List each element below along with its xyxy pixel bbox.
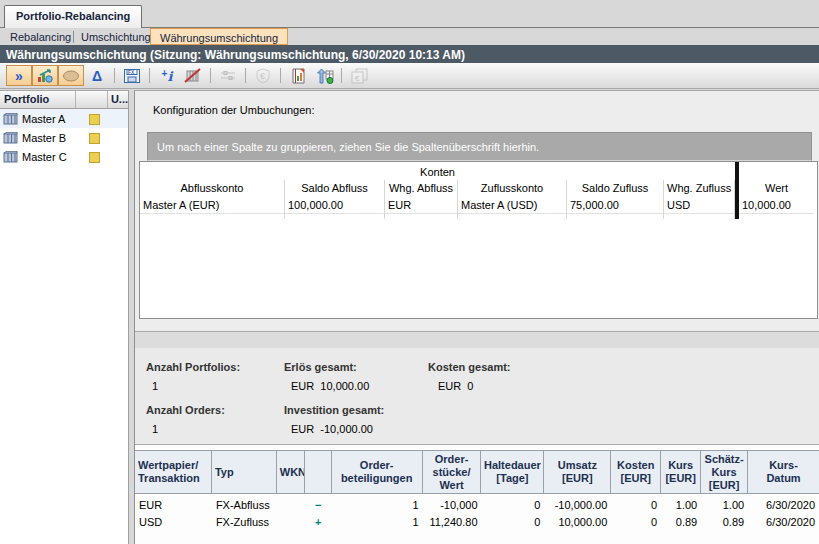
copy-orders-button[interactable]: €	[346, 65, 372, 86]
investition-gesamt-label: Investition gesamt:	[284, 404, 384, 416]
konten-grid: Konten Abflusskonto Saldo Abfluss Whg. A…	[139, 161, 818, 319]
column-header-sign[interactable]	[305, 451, 332, 493]
report-icon	[290, 68, 307, 84]
portfolio-row-master-b[interactable]: Master B	[0, 128, 128, 147]
column-header-saldo-zufluss[interactable]: Saldo Zufluss	[567, 180, 664, 197]
svg-text:€: €	[260, 71, 265, 81]
exclude-position-button[interactable]	[180, 65, 206, 86]
column-header-wert[interactable]: Wert	[739, 180, 814, 197]
status-indicator	[89, 133, 100, 144]
filter-settings-button[interactable]	[215, 65, 241, 86]
cell-kosten: 0	[611, 514, 661, 531]
column-header-kosten[interactable]: Kosten [EUR]	[611, 451, 661, 493]
cell-kurs-datum: 6/30/2020	[748, 497, 819, 514]
plus-sign-icon: +	[305, 514, 332, 531]
cell-kurs-datum: 6/30/2020	[748, 514, 819, 531]
anzahl-portfolios-label: Anzahl Portfolios:	[146, 361, 240, 373]
main-tab-strip: Portfolio-Rebalancing	[0, 5, 819, 28]
cylinder-button[interactable]	[58, 65, 84, 86]
tab-waehrungsumschichtung[interactable]: Währungsumschichtung	[150, 28, 288, 45]
column-header-whg-zufluss[interactable]: Whg. Zufluss	[664, 180, 735, 197]
column-header-kurs-datum[interactable]: Kurs- Datum	[748, 451, 819, 493]
column-header-portfolio[interactable]: Portfolio	[0, 91, 76, 108]
column-header-wkn[interactable]: WKN	[277, 451, 305, 493]
cell-orderstuecke: 11,240.80	[423, 514, 482, 531]
portfolio-panel-header: Portfolio U...	[0, 91, 128, 109]
toolbar-separator	[210, 68, 211, 83]
cell-wkn	[277, 497, 305, 514]
cell-schaetz-kurs: 0.89	[701, 514, 748, 531]
rebalance-chart-button[interactable]	[32, 65, 58, 86]
cell-whg-zufluss: USD	[664, 197, 735, 214]
save-fx-icon: FX	[123, 68, 141, 84]
minus-sign-icon: −	[305, 497, 332, 514]
column-header-wertpapier-transaktion[interactable]: Wertpapier/ Transaktion	[135, 451, 212, 493]
orders-table: Wertpapier/ Transaktion Typ WKN Order- b…	[135, 444, 819, 544]
horizontal-splitter[interactable]	[135, 331, 819, 348]
kosten-gesamt-label: Kosten gesamt:	[428, 361, 511, 373]
save-fx-button[interactable]: FX	[119, 65, 145, 86]
status-indicator	[89, 152, 100, 163]
cell-kosten: 0	[611, 497, 661, 514]
copy-euro-icon: €	[350, 68, 369, 84]
summary-panel: Anzahl Portfolios: 1 Erlös gesamt: EUR 1…	[135, 348, 819, 544]
delta-button[interactable]: Δ	[84, 65, 110, 86]
group-header-konten[interactable]: Konten	[140, 162, 735, 180]
delta-icon: Δ	[92, 69, 102, 83]
app-window: Portfolio-Rebalancing Rebalancing Umschi…	[0, 0, 819, 544]
table-row[interactable]: Master A (EUR) 100,000.00 EUR Master A (…	[140, 197, 817, 214]
kosten-gesamt-value: EUR 0	[438, 380, 473, 392]
tab-separator	[73, 31, 74, 43]
anzahl-orders-label: Anzahl Orders:	[146, 404, 225, 416]
portfolio-row-master-a[interactable]: Master A	[0, 109, 128, 128]
tab-rebalancing[interactable]: Rebalancing	[10, 31, 71, 43]
group-by-drop-zone[interactable]: Um nach einer Spalte zu gruppieren, zieh…	[147, 132, 812, 161]
cell-haltedauer: 0	[482, 497, 545, 514]
cell-abflusskonto: Master A (EUR)	[140, 197, 285, 214]
column-header-orderstuecke-wert[interactable]: Order- stücke/ Wert	[423, 451, 482, 493]
column-header-typ[interactable]: Typ	[212, 451, 277, 493]
config-section-label: Konfiguration der Umbuchungen:	[153, 104, 314, 116]
column-header-whg-abfluss[interactable]: Whg. Abfluss	[385, 180, 458, 197]
session-title-bar: Währungsumschichtung (Sitzung: Währungsu…	[0, 45, 819, 63]
anzahl-portfolios-value: 1	[152, 380, 158, 392]
column-header-kurs[interactable]: Kurs [EUR]	[661, 451, 701, 493]
toolbar-separator	[149, 68, 150, 83]
chart-icon	[37, 69, 54, 83]
euro-shield-icon: €	[255, 68, 271, 84]
cell-haltedauer: 0	[482, 514, 545, 531]
cell-saldo-zufluss: 75,000.00	[567, 197, 664, 214]
column-header-zuflusskonto[interactable]: Zuflusskonto	[458, 180, 567, 197]
report-button[interactable]	[285, 65, 311, 86]
tab-umschichtung[interactable]: Umschichtung	[81, 31, 151, 43]
portfolio-name: Master A	[22, 113, 65, 125]
column-header-status[interactable]	[76, 91, 108, 108]
cell-umsatz: 10,000.00	[544, 514, 611, 531]
empty-grid-row	[140, 214, 817, 219]
portfolio-icon	[3, 132, 18, 144]
cell-wert: 10,000.00	[739, 197, 814, 214]
expand-button[interactable]: »	[6, 65, 32, 86]
add-info-icon: +i	[162, 68, 173, 84]
tab-portfolio-rebalancing[interactable]: Portfolio-Rebalancing	[4, 5, 142, 28]
table-row[interactable]: USD FX-Zufluss + 1 11,240.80 0 10,000.00…	[135, 514, 819, 531]
cell-saldo-abfluss: 100,000.00	[285, 197, 385, 214]
column-header-schaetz-kurs[interactable]: Schätz- Kurs [EUR]	[701, 451, 748, 493]
update-quotes-button[interactable]	[311, 65, 337, 86]
crossed-cylinder-icon	[183, 68, 203, 84]
column-header-abflusskonto[interactable]: Abflusskonto	[140, 180, 285, 197]
euro-check-button[interactable]: €	[250, 65, 276, 86]
portfolio-row-master-c[interactable]: Master C	[0, 147, 128, 166]
column-header-haltedauer[interactable]: Haltedauer [Tage]	[481, 451, 544, 493]
cell-kurs: 0.89	[661, 514, 701, 531]
column-header-orderbeteiligungen[interactable]: Order- beteiligungen	[332, 451, 423, 493]
portfolio-panel: Portfolio U... Master A Master B Master …	[0, 90, 128, 544]
cell-zuflusskonto: Master A (USD)	[458, 197, 567, 214]
table-row[interactable]: EUR FX-Abfluss − 1 -10,000 0 -10,000.00 …	[135, 497, 819, 514]
column-header-u[interactable]: U...	[108, 91, 128, 108]
add-info-button[interactable]: +i	[154, 65, 180, 86]
double-chevron-icon: »	[15, 69, 23, 83]
toolbar: » Δ FX	[0, 63, 819, 89]
column-header-umsatz[interactable]: Umsatz [EUR]	[544, 451, 611, 493]
column-header-saldo-abfluss[interactable]: Saldo Abfluss	[285, 180, 385, 197]
